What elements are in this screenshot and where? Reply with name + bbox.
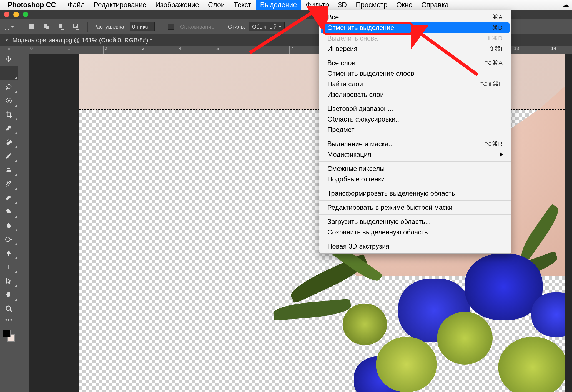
pen-tool[interactable] — [0, 246, 18, 260]
window-zoom[interactable] — [23, 12, 28, 17]
clone-stamp-tool[interactable] — [0, 163, 18, 177]
style-select[interactable]: Обычный — [249, 22, 285, 31]
path-selection-tool[interactable] — [0, 274, 18, 288]
feather-input[interactable] — [130, 22, 155, 31]
menu-file[interactable]: Файл — [63, 0, 89, 10]
menu-item-shortcut: ⌘D — [492, 24, 503, 31]
ruler-tick: 13 — [513, 46, 550, 54]
menu-item[interactable]: Цветовой диапазон... — [319, 103, 511, 114]
move-tool[interactable] — [0, 52, 18, 66]
zoom-tool[interactable] — [0, 302, 18, 316]
tools-panel: T ••• — [0, 46, 18, 392]
ruler-tick: 6 — [252, 46, 289, 54]
menu-image[interactable]: Изображение — [151, 0, 204, 10]
menu-item[interactable]: Смежные пикселы — [319, 163, 511, 174]
menu-item[interactable]: Предмет — [319, 125, 511, 135]
svg-point-11 — [8, 100, 10, 102]
window-minimize[interactable] — [13, 12, 19, 17]
marquee-tool-preset[interactable] — [3, 21, 14, 32]
eyedropper-tool[interactable] — [0, 122, 18, 135]
svg-point-14 — [8, 139, 9, 140]
selection-subtract[interactable] — [56, 21, 67, 32]
selection-intersect[interactable] — [71, 21, 82, 32]
selection-add[interactable] — [41, 21, 52, 32]
menu-item-label: Предмет — [327, 126, 503, 134]
window-close[interactable] — [4, 12, 9, 17]
menu-type[interactable]: Текст — [229, 0, 256, 10]
blur-tool[interactable] — [0, 219, 18, 232]
app-name[interactable]: Photoshop CC — [8, 1, 56, 9]
svg-text:T: T — [7, 263, 11, 271]
lasso-tool[interactable] — [0, 80, 18, 94]
hand-tool[interactable] — [0, 288, 18, 302]
menu-item[interactable]: Область фокусировки... — [319, 114, 511, 125]
brush-tool[interactable] — [0, 149, 18, 163]
tab-close-icon[interactable]: × — [5, 37, 9, 44]
menu-window[interactable]: Окно — [392, 0, 417, 10]
menu-3d[interactable]: 3D — [333, 0, 351, 10]
ruler-tick: 3 — [141, 46, 178, 54]
svg-rect-8 — [76, 26, 77, 28]
ruler-tick: 14 — [550, 46, 572, 54]
menu-edit[interactable]: Редактирование — [89, 0, 151, 10]
menu-item[interactable]: Сохранить выделенную область... — [319, 227, 511, 237]
svg-rect-1 — [29, 24, 34, 29]
menu-item[interactable]: Отменить выделение слоев — [319, 68, 511, 79]
eraser-tool[interactable] — [0, 191, 18, 205]
rectangular-marquee-tool[interactable] — [0, 66, 18, 80]
style-value: Обычный — [252, 24, 277, 30]
menu-layers[interactable]: Слои — [204, 0, 229, 10]
select-menu-dropdown: Все⌘AОтменить выделение⌘DВыделить снова⇧… — [319, 10, 511, 254]
creative-cloud-icon[interactable]: ☁︎ — [562, 1, 569, 9]
menu-item[interactable]: Подобные оттенки — [319, 174, 511, 184]
ruler-vertical[interactable] — [18, 46, 29, 392]
foreground-background-colors[interactable] — [3, 330, 15, 342]
selection-new[interactable] — [26, 21, 37, 32]
menu-item[interactable]: Все слои⌥⌘A — [319, 58, 511, 68]
menu-item[interactable]: Изолировать слои — [319, 89, 511, 100]
foreground-color-swatch[interactable] — [3, 330, 11, 337]
menu-view[interactable]: Просмотр — [351, 0, 392, 10]
mac-menu-bar: Photoshop CC Файл Редактирование Изображ… — [0, 0, 572, 10]
menu-item[interactable]: Модификация — [319, 149, 511, 160]
document-tab-title[interactable]: Модель оригинал.jpg @ 161% (Слой 0, RGB/… — [12, 37, 152, 44]
menu-item[interactable]: Найти слои⌥⇧⌘F — [319, 79, 511, 89]
svg-rect-3 — [46, 26, 49, 29]
menu-item-label: Подобные оттенки — [327, 175, 503, 183]
menu-filter[interactable]: Фильтр — [301, 0, 333, 10]
paint-bucket-tool[interactable] — [0, 205, 18, 219]
menu-item-label: Область фокусировки... — [327, 115, 503, 123]
menu-item[interactable]: Трансформировать выделенную область — [319, 188, 511, 199]
antialias-checkbox[interactable] — [168, 24, 174, 30]
menu-item-label: Выделить снова — [327, 34, 486, 42]
menu-item[interactable]: Отменить выделение⌘D — [321, 22, 510, 33]
menu-item-label: Отменить выделение — [327, 24, 492, 32]
menu-item[interactable]: Новая 3D-экструзия — [319, 241, 511, 252]
type-tool[interactable]: T — [0, 260, 18, 274]
feather-label: Растушевка: — [93, 24, 126, 30]
antialias-label: Сглаживание — [180, 24, 215, 30]
menu-item[interactable]: Инверсия⇧⌘I — [319, 44, 511, 54]
submenu-arrow-icon — [500, 152, 503, 157]
tools-more-icon[interactable]: ••• — [0, 316, 18, 324]
spot-healing-tool[interactable] — [0, 135, 18, 149]
menu-select[interactable]: Выделение — [256, 0, 301, 10]
menu-item-shortcut: ⇧⌘I — [489, 45, 503, 52]
menu-item[interactable]: Выделение и маска...⌥⌘R — [319, 139, 511, 149]
menu-item[interactable]: Редактировать в режиме быстрой маски — [319, 202, 511, 213]
menu-item[interactable]: Загрузить выделенную область... — [319, 216, 511, 227]
menu-item-shortcut: ⌘A — [492, 14, 503, 21]
panel-grip[interactable] — [4, 48, 14, 50]
dodge-tool[interactable] — [0, 232, 18, 246]
menu-item-label: Модификация — [327, 151, 500, 158]
menu-item-label: Все — [327, 13, 492, 21]
menu-item-label: Загрузить выделенную область... — [327, 218, 503, 226]
quick-selection-tool[interactable] — [0, 94, 18, 108]
crop-tool[interactable] — [0, 108, 18, 122]
menu-help[interactable]: Справка — [417, 0, 453, 10]
menu-item: Выделить снова⇧⌘D — [319, 33, 511, 44]
menu-item-shortcut: ⌥⇧⌘F — [480, 80, 503, 88]
chevron-down-icon — [11, 26, 14, 28]
menu-item[interactable]: Все⌘A — [319, 12, 511, 22]
history-brush-tool[interactable] — [0, 177, 18, 191]
